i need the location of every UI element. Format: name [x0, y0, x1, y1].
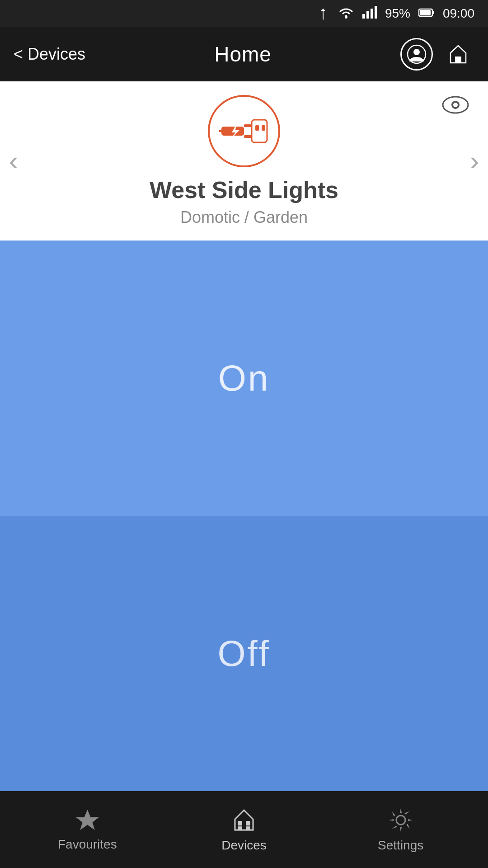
off-label: Off: [217, 633, 270, 675]
eye-icon[interactable]: [441, 95, 470, 117]
svg-rect-17: [252, 120, 267, 142]
bluetooth-icon: ⭡: [317, 6, 330, 21]
next-button[interactable]: ›: [470, 147, 479, 175]
nav-icons: [400, 38, 474, 71]
svg-point-0: [345, 16, 347, 19]
device-location: Domotic / Garden: [180, 208, 308, 227]
svg-rect-6: [432, 11, 434, 14]
svg-rect-2: [366, 11, 369, 19]
svg-rect-7: [420, 10, 431, 15]
battery-text: 95%: [385, 6, 410, 21]
on-label: On: [218, 358, 270, 399]
wifi-icon: [338, 6, 354, 22]
svg-point-13: [453, 103, 458, 107]
home-button[interactable]: [442, 38, 474, 71]
svg-rect-16: [244, 135, 252, 138]
svg-rect-4: [375, 6, 377, 19]
svg-rect-22: [246, 821, 250, 826]
back-button[interactable]: < Devices: [14, 45, 85, 64]
prev-button[interactable]: ‹: [9, 147, 18, 175]
svg-rect-19: [262, 125, 265, 131]
nav-label-favourites: Favourites: [58, 837, 117, 852]
nav-label-devices: Devices: [221, 838, 267, 853]
device-header: ‹ West Side Lights Domotic / Garden ›: [0, 81, 488, 241]
svg-rect-15: [244, 124, 252, 127]
battery-icon: [418, 6, 435, 21]
on-panel[interactable]: On: [0, 241, 488, 516]
nav-item-favourites[interactable]: Favourites: [9, 808, 166, 852]
svg-rect-18: [255, 125, 259, 131]
profile-button[interactable]: [400, 38, 433, 71]
svg-rect-3: [371, 9, 373, 19]
time-text: 09:00: [443, 6, 474, 21]
device-icon: [208, 95, 280, 167]
svg-rect-23: [238, 826, 242, 830]
status-bar: ⭡ 95% 09:00: [0, 0, 488, 27]
svg-rect-21: [238, 821, 242, 826]
svg-rect-10: [455, 57, 461, 63]
nav-label-settings: Settings: [378, 838, 423, 853]
svg-point-25: [396, 816, 405, 825]
nav-bar: < Devices Home: [0, 27, 488, 81]
bottom-nav: Favourites Devices Settings: [0, 791, 488, 868]
svg-marker-20: [76, 810, 99, 830]
device-name: West Side Lights: [150, 176, 338, 203]
svg-rect-1: [362, 14, 365, 19]
svg-point-9: [413, 49, 420, 55]
nav-item-devices[interactable]: Devices: [166, 807, 323, 853]
signal-icon: [362, 6, 377, 22]
nav-title: Home: [214, 42, 272, 66]
svg-rect-24: [246, 826, 250, 830]
nav-item-settings[interactable]: Settings: [322, 807, 479, 853]
off-panel[interactable]: Off: [0, 516, 488, 791]
